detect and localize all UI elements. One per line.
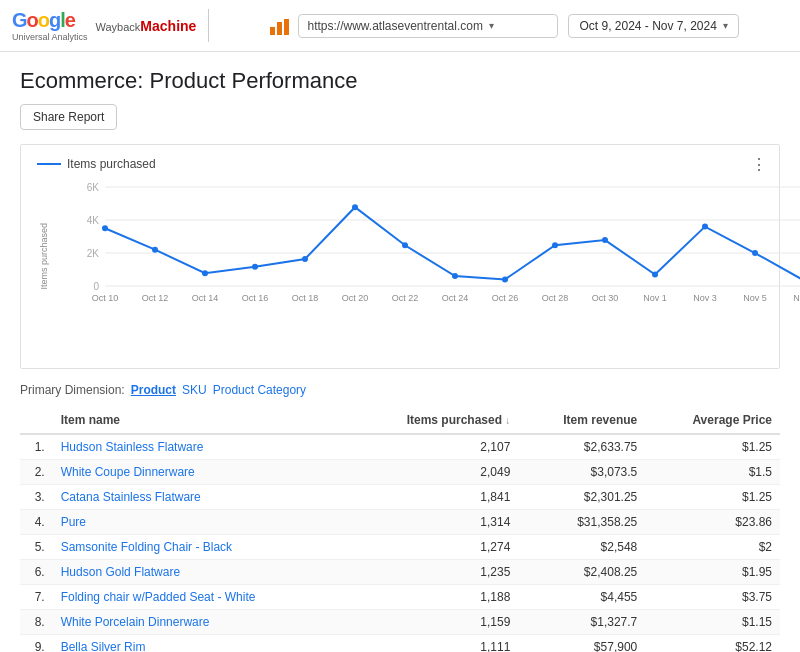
- table-row: 7. Folding chair w/Padded Seat - White 1…: [20, 585, 780, 610]
- legend-line: [37, 163, 61, 165]
- url-bar[interactable]: https://www.atlaseventrental.com ▾: [298, 14, 558, 38]
- svg-text:0: 0: [93, 281, 99, 292]
- svg-text:Nov 3: Nov 3: [693, 293, 717, 303]
- svg-rect-2: [284, 19, 289, 35]
- row-items-purchased: 1,235: [350, 560, 519, 585]
- row-item-name[interactable]: Hudson Gold Flatware: [53, 560, 350, 585]
- url-text: https://www.atlaseventrental.com: [307, 19, 482, 33]
- row-item-name[interactable]: Pure: [53, 510, 350, 535]
- svg-text:Oct 14: Oct 14: [192, 293, 219, 303]
- row-average-price: $3.75: [645, 585, 780, 610]
- row-item-revenue: $3,073.5: [518, 460, 645, 485]
- svg-text:6K: 6K: [87, 182, 100, 193]
- svg-point-22: [652, 271, 658, 277]
- google-logo: Google Universal Analytics: [12, 9, 88, 42]
- row-item-revenue: $1,327.7: [518, 610, 645, 635]
- date-range-text: Oct 9, 2024 - Nov 7, 2024: [579, 19, 716, 33]
- row-item-name[interactable]: White Coupe Dinnerware: [53, 460, 350, 485]
- share-report-button[interactable]: Share Report: [20, 104, 117, 130]
- date-range-selector[interactable]: Oct 9, 2024 - Nov 7, 2024 ▾: [568, 14, 738, 38]
- row-item-name[interactable]: White Porcelain Dinnerware: [53, 610, 350, 635]
- row-item-revenue: $2,408.25: [518, 560, 645, 585]
- legend-label: Items purchased: [67, 157, 156, 171]
- row-item-revenue: $31,358.25: [518, 510, 645, 535]
- row-num: 7.: [20, 585, 53, 610]
- date-chevron-icon: ▾: [723, 20, 728, 31]
- svg-rect-1: [277, 22, 282, 35]
- dimension-category[interactable]: Product Category: [213, 383, 306, 397]
- row-items-purchased: 2,049: [350, 460, 519, 485]
- svg-point-14: [252, 264, 258, 270]
- table-row: 8. White Porcelain Dinnerware 1,159 $1,3…: [20, 610, 780, 635]
- dimension-sku[interactable]: SKU: [182, 383, 207, 397]
- svg-text:Oct 22: Oct 22: [392, 293, 419, 303]
- row-items-purchased: 1,274: [350, 535, 519, 560]
- svg-text:Nov 1: Nov 1: [643, 293, 667, 303]
- chart-menu-icon[interactable]: ⋮: [751, 155, 767, 174]
- row-items-purchased: 1,314: [350, 510, 519, 535]
- row-average-price: $2: [645, 535, 780, 560]
- row-items-purchased: 1,188: [350, 585, 519, 610]
- page-title: Ecommerce: Product Performance: [20, 68, 780, 94]
- row-item-name[interactable]: Folding chair w/Padded Seat - White: [53, 585, 350, 610]
- row-items-purchased: 1,841: [350, 485, 519, 510]
- row-average-price: $1.25: [645, 485, 780, 510]
- col-items-purchased[interactable]: Items purchased ↓: [350, 407, 519, 434]
- row-item-revenue: $57,900: [518, 635, 645, 653]
- svg-point-12: [152, 247, 158, 253]
- row-average-price: $23.86: [645, 510, 780, 535]
- svg-point-11: [102, 225, 108, 231]
- table-row: 9. Bella Silver Rim 1,111 $57,900 $52.12: [20, 635, 780, 653]
- dimension-product[interactable]: Product: [131, 383, 176, 397]
- logo-group: Google Universal Analytics WaybackMachin…: [12, 9, 209, 42]
- svg-text:Oct 24: Oct 24: [442, 293, 469, 303]
- chart-svg: 6K 4K 2K 0: [77, 179, 800, 334]
- row-item-name[interactable]: Hudson Stainless Flatware: [53, 434, 350, 460]
- svg-text:Nov 7: Nov 7: [793, 293, 800, 303]
- page-content: Ecommerce: Product Performance Share Rep…: [0, 52, 800, 652]
- row-items-purchased: 1,111: [350, 635, 519, 653]
- row-item-name[interactable]: Bella Silver Rim: [53, 635, 350, 653]
- analytics-icon: [268, 14, 290, 38]
- wayback-logo: WaybackMachine: [96, 18, 197, 34]
- table-row: 1. Hudson Stainless Flatware 2,107 $2,63…: [20, 434, 780, 460]
- svg-text:Nov 5: Nov 5: [743, 293, 767, 303]
- y-axis-label: Items purchased: [39, 223, 49, 290]
- ua-label: Universal Analytics: [12, 32, 88, 42]
- row-items-purchased: 1,159: [350, 610, 519, 635]
- svg-text:Oct 28: Oct 28: [542, 293, 569, 303]
- chart-section: ⋮ Items purchased Items purchased 6K 4K …: [20, 144, 780, 369]
- dimension-label: Primary Dimension:: [20, 383, 125, 397]
- row-item-name[interactable]: Catana Stainless Flatware: [53, 485, 350, 510]
- col-item-revenue: Item revenue: [518, 407, 645, 434]
- row-average-price: $1.15: [645, 610, 780, 635]
- row-average-price: $1.95: [645, 560, 780, 585]
- svg-rect-0: [270, 27, 275, 35]
- row-average-price: $1.25: [645, 434, 780, 460]
- dimension-selector: Primary Dimension: Product SKU Product C…: [20, 383, 780, 397]
- svg-text:Oct 26: Oct 26: [492, 293, 519, 303]
- row-item-revenue: $4,455: [518, 585, 645, 610]
- row-num: 5.: [20, 535, 53, 560]
- svg-text:Oct 20: Oct 20: [342, 293, 369, 303]
- svg-point-15: [302, 256, 308, 262]
- svg-point-23: [702, 224, 708, 230]
- row-item-name[interactable]: Samsonite Folding Chair - Black: [53, 535, 350, 560]
- svg-point-21: [602, 237, 608, 243]
- col-num: [20, 407, 53, 434]
- header-center: https://www.atlaseventrental.com ▾ Oct 9…: [219, 14, 788, 38]
- row-average-price: $1.5: [645, 460, 780, 485]
- svg-text:Oct 12: Oct 12: [142, 293, 169, 303]
- svg-text:4K: 4K: [87, 215, 100, 226]
- product-table: Item name Items purchased ↓ Item revenue…: [20, 407, 780, 652]
- chart-legend: Items purchased: [37, 157, 763, 171]
- row-item-revenue: $2,301.25: [518, 485, 645, 510]
- row-num: 6.: [20, 560, 53, 585]
- svg-text:Oct 10: Oct 10: [92, 293, 119, 303]
- table-row: 4. Pure 1,314 $31,358.25 $23.86: [20, 510, 780, 535]
- col-item-name: Item name: [53, 407, 350, 434]
- header: Google Universal Analytics WaybackMachin…: [0, 0, 800, 52]
- svg-text:Oct 18: Oct 18: [292, 293, 319, 303]
- row-item-revenue: $2,633.75: [518, 434, 645, 460]
- svg-text:Oct 30: Oct 30: [592, 293, 619, 303]
